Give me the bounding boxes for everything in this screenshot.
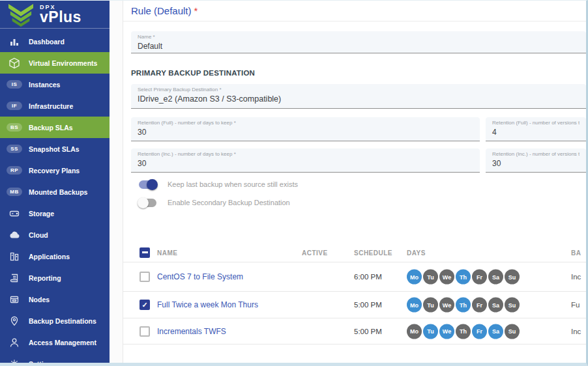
day-chip-su: Su <box>505 324 520 339</box>
day-chip-sa: Sa <box>488 270 503 285</box>
secondary-destination-toggle[interactable]: Enable Secondary Backup Destination <box>139 196 290 209</box>
column-header-schedule: SCHEDULE <box>354 249 392 256</box>
sidebar-item-reporting[interactable]: Reporting <box>0 267 110 289</box>
day-chip-mo: Mo <box>407 324 422 339</box>
content-gutter <box>110 1 123 363</box>
day-chip-sa: Sa <box>488 298 503 313</box>
select-all-checkbox[interactable] <box>140 247 150 258</box>
day-chip-th: Th <box>456 298 471 313</box>
day-chips: Mo Tu We Th Fr Sa Su <box>407 270 521 285</box>
column-header-name: NAME <box>157 249 177 256</box>
sidebar-item-backup-destinations[interactable]: Backup Destinations <box>0 310 110 331</box>
day-chip-mo: Mo <box>407 298 422 313</box>
schedule-link[interactable]: CentOS 7 to File System <box>157 272 243 281</box>
name-field[interactable]: Name * Default <box>131 31 586 53</box>
app-logo: DPX vPlus <box>0 1 110 28</box>
sidebar-item-mounted-backups[interactable]: MB Mounted Backups <box>0 181 110 203</box>
row-checkbox[interactable] <box>140 272 150 282</box>
schedule-link[interactable]: Full Twice a week Mon Thurs <box>157 300 258 309</box>
retention-full-versions-label: Retention (Full) - number of versions to… <box>492 120 580 126</box>
recovery-plans-badge: RP <box>7 166 22 175</box>
retention-inc-days-label: Retention (Inc.) - number of days to kee… <box>138 151 473 157</box>
toggle-knob <box>138 197 149 208</box>
primary-destination-select[interactable]: Select Primary Backup Destination * IDri… <box>131 84 586 109</box>
sidebar-item-access-management[interactable]: Access Management <box>0 331 110 353</box>
brand-vplus: vPlus <box>40 10 81 25</box>
sidebar: DPX vPlus Dashboard Virtual Environments… <box>0 1 110 363</box>
row-checkbox[interactable] <box>140 300 150 310</box>
retention-full-days-field[interactable]: Retention (Full) - number of days to kee… <box>131 117 480 141</box>
day-chip-fr: Fr <box>472 270 487 285</box>
brand-chevron-icon <box>7 3 35 27</box>
table-row: Full Twice a week Mon Thurs 5:00 PM Mo T… <box>123 292 586 318</box>
row-checkbox[interactable] <box>140 326 150 337</box>
sidebar-menu: Dashboard Virtual Environments IS Instan… <box>0 31 110 363</box>
sidebar-item-instances[interactable]: IS Instances <box>0 74 110 95</box>
snapshot-slas-badge: SS <box>7 145 22 153</box>
day-chip-su: Su <box>505 298 520 313</box>
sidebar-item-nodes[interactable]: Nodes <box>0 289 110 310</box>
pin-icon <box>7 315 22 327</box>
column-header-backup-type: BA <box>571 249 581 256</box>
backup-type-value: Inc <box>571 328 581 335</box>
instances-badge: IS <box>7 80 22 89</box>
table-row: CentOS 7 to File System 6:00 PM Mo Tu We… <box>123 262 586 292</box>
infrastructure-badge: IF <box>7 102 22 110</box>
day-chip-tu: Tu <box>423 324 438 339</box>
sidebar-item-settings[interactable]: Settings <box>0 353 110 363</box>
day-chip-th: Th <box>456 270 471 285</box>
sidebar-item-cloud[interactable]: Cloud <box>0 224 110 246</box>
person-icon <box>7 337 22 348</box>
sidebar-item-applications[interactable]: Applications <box>0 246 110 267</box>
column-header-active: ACTIVE <box>302 249 328 256</box>
day-chip-sa: Sa <box>488 324 503 339</box>
name-field-value: Default <box>138 42 580 51</box>
day-chip-mo: Mo <box>407 270 422 285</box>
schedule-time: 5:00 PM <box>354 328 382 335</box>
retention-inc-versions-label: Retention (Inc.) - number of versions to… <box>492 151 580 157</box>
day-chip-tu: Tu <box>423 298 438 313</box>
required-asterisk: * <box>194 5 198 16</box>
backup-type-value: Inc <box>571 273 581 281</box>
title-divider <box>123 21 586 21</box>
retention-inc-days-value: 30 <box>138 159 473 168</box>
retention-inc-versions-value: 30 <box>492 159 580 168</box>
name-field-label: Name * <box>138 34 580 40</box>
sidebar-item-storage[interactable]: Storage <box>0 203 110 224</box>
table-row: Incrementals TWFS 5:00 PM Mo Tu We Th Fr… <box>123 318 586 345</box>
primary-destination-label: Select Primary Backup Destination * <box>138 87 580 92</box>
apps-icon <box>7 251 22 262</box>
schedule-link[interactable]: Incrementals TWFS <box>157 327 226 336</box>
keep-last-backup-toggle[interactable]: Keep last backup when source still exist… <box>139 178 298 191</box>
toggle-track <box>139 199 156 207</box>
sidebar-item-virtual-environments[interactable]: Virtual Environments <box>0 52 110 74</box>
backup-slas-badge: BS <box>7 123 22 132</box>
drive-icon <box>7 208 22 219</box>
retention-full-days-value: 30 <box>138 128 473 137</box>
sidebar-item-dashboard[interactable]: Dashboard <box>0 31 110 52</box>
rule-form-panel: Rule (Default)* Name * Default PRIMARY B… <box>123 1 586 363</box>
sidebar-item-snapshot-slas[interactable]: SS Snapshot SLAs <box>0 138 110 160</box>
cube-icon <box>7 57 22 69</box>
retention-inc-versions-field[interactable]: Retention (Inc.) - number of versions to… <box>486 148 586 173</box>
day-chip-fr: Fr <box>472 324 487 339</box>
retention-full-days-label: Retention (Full) - number of days to kee… <box>138 120 473 126</box>
primary-backup-destination-heading: PRIMARY BACKUP DESTINATION <box>131 69 255 77</box>
sidebar-item-infrastructure[interactable]: IF Infrastructure <box>0 95 110 117</box>
day-chip-we: We <box>439 324 454 339</box>
retention-full-versions-value: 4 <box>492 128 580 137</box>
schedules-table-header: NAME ACTIVE SCHEDULE DAYS BA <box>123 243 586 262</box>
report-icon <box>7 272 22 284</box>
day-chip-we: We <box>439 270 454 285</box>
sidebar-divider <box>0 28 110 29</box>
secondary-destination-label: Enable Secondary Backup Destination <box>168 199 290 206</box>
schedule-time: 5:00 PM <box>354 301 382 309</box>
day-chip-fr: Fr <box>472 298 487 313</box>
retention-full-versions-field[interactable]: Retention (Full) - number of versions to… <box>486 117 586 141</box>
gear-icon <box>7 358 22 363</box>
retention-inc-days-field[interactable]: Retention (Inc.) - number of days to kee… <box>131 148 480 173</box>
sidebar-item-backup-slas[interactable]: BS Backup SLAs <box>0 117 110 138</box>
sidebar-item-recovery-plans[interactable]: RP Recovery Plans <box>0 160 110 181</box>
app-window: DPX vPlus Dashboard Virtual Environments… <box>0 0 588 366</box>
primary-destination-value: IDrive_e2 (Amazon S3 / S3-compatible) <box>138 94 580 104</box>
